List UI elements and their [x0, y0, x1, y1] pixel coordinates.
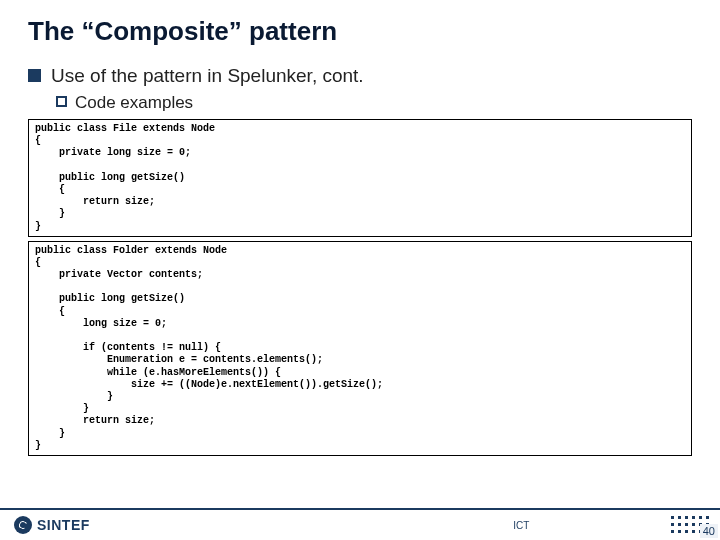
square-outline-bullet-icon [56, 96, 67, 107]
logo: SINTEF [14, 516, 90, 534]
logo-text: SINTEF [37, 517, 90, 533]
footer: SINTEF ICT [0, 508, 720, 540]
code-example-file: public class File extends Node { private… [28, 119, 692, 237]
slide-body: The “Composite” pattern Use of the patte… [0, 0, 720, 456]
square-bullet-icon [28, 69, 41, 82]
slide-title: The “Composite” pattern [28, 16, 692, 47]
logo-mark-icon [14, 516, 32, 534]
bullet-l1-text: Use of the pattern in Spelunker, cont. [51, 65, 364, 87]
bullet-l2-text: Code examples [75, 93, 193, 113]
bullet-level2: Code examples [28, 93, 692, 113]
code-example-folder: public class Folder extends Node { priva… [28, 241, 692, 456]
page-number: 40 [700, 524, 718, 538]
footer-label: ICT [390, 520, 653, 531]
bullet-level1: Use of the pattern in Spelunker, cont. [28, 65, 692, 87]
